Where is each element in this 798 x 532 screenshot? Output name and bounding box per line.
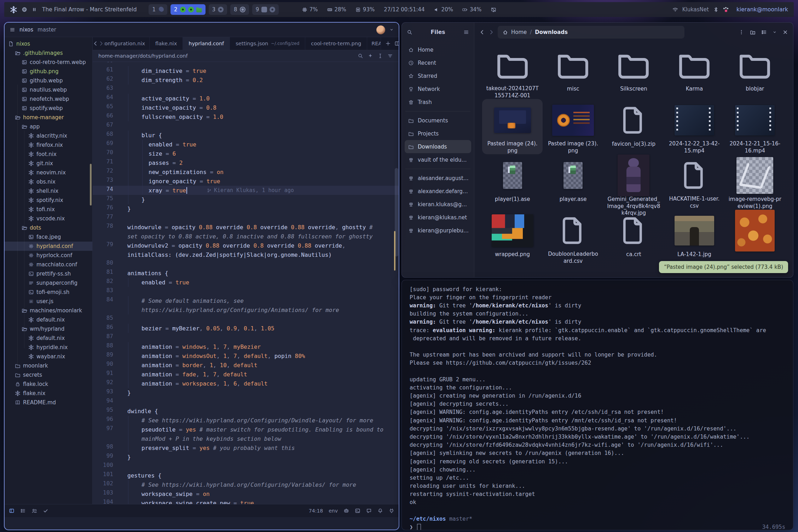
menu-icon[interactable] xyxy=(10,27,15,33)
code-line[interactable]: 76} xyxy=(93,204,399,213)
terminal-window[interactable]: [sudo] password for kierank:Place your f… xyxy=(401,280,793,530)
code-line[interactable]: 73ignore_opacity = true xyxy=(93,177,399,186)
crumb-path[interactable]: Downloads xyxy=(535,29,568,35)
sidebar-item-alesander.august…[interactable]: alesander.august… xyxy=(405,172,471,185)
code-line[interactable]: 103workspace_swipe = on xyxy=(93,489,399,498)
tree-item-user.js[interactable]: JSuser.js xyxy=(5,297,92,306)
kebab-menu-button[interactable] xyxy=(739,29,744,35)
filter-icon[interactable] xyxy=(387,53,393,59)
nav-forward-button[interactable] xyxy=(98,37,104,50)
tree-item-cool-retro-term.webp[interactable]: cool-retro-term.webp xyxy=(5,58,92,67)
tree-item-alacritty.nix[interactable]: alacritty.nix xyxy=(5,131,92,140)
code-line[interactable]: 70size = 6 xyxy=(93,149,399,158)
tree-item-nixos[interactable]: nixos xyxy=(5,39,92,48)
crumb-home[interactable]: Home xyxy=(511,29,527,35)
tree-item-home-manager[interactable]: home-manager xyxy=(5,113,92,122)
code-line[interactable]: 75} xyxy=(93,195,399,204)
breadcrumb[interactable]: home-manager/dots/hyprland.conf xyxy=(98,53,188,59)
tab-cool-retro-term.png[interactable]: cool-retro-term.png xyxy=(305,37,367,50)
code-line[interactable]: 66fullscreen_opacity = 1.0 xyxy=(93,112,399,121)
cursor-position[interactable]: 74:18 xyxy=(309,508,323,514)
tree-item-git.nix[interactable]: git.nix xyxy=(5,159,92,168)
tree-item-github.webp[interactable]: github.webp xyxy=(5,76,92,85)
tree-item-secrets[interactable]: secrets xyxy=(5,370,92,380)
sidebar-item-Starred[interactable]: Starred xyxy=(405,69,471,82)
code-line[interactable]: 78windowrule = opacity 0.88 override 0.8… xyxy=(93,222,399,232)
sidebar-item-Projects[interactable]: Projects xyxy=(405,127,471,140)
diagnostics-check-icon[interactable] xyxy=(43,508,48,514)
code-line[interactable]: 72new_optimizations = on xyxy=(93,167,399,177)
file-item[interactable]: takeout-20241207T155714Z-001 xyxy=(482,44,543,99)
tree-item-foot.nix[interactable]: foot.nix xyxy=(5,150,92,159)
sidebar-item-kieran@purplebu…[interactable]: kieran@purplebu… xyxy=(405,224,471,237)
workspace-8[interactable]: 8 xyxy=(230,4,249,15)
code-line[interactable]: 84# Some default animations, see xyxy=(93,296,399,305)
code-line[interactable]: 100 xyxy=(93,462,399,471)
tab-settings.json[interactable]: settings.json~/.config/zed xyxy=(230,37,305,50)
tree-item-tofi-emoji.sh[interactable]: tofi-emoji.sh xyxy=(5,288,92,297)
tree-item-flake.lock[interactable]: flake.lock xyxy=(5,380,92,389)
tree-item-neofetch.webp[interactable]: neofetch.webp xyxy=(5,94,92,104)
code-line[interactable]: 63 xyxy=(93,85,399,94)
tree-item-spotify.nix[interactable]: spotify.nix xyxy=(5,196,92,205)
sidebar-item-alexander.defarg…[interactable]: alexander.defarg… xyxy=(405,185,471,198)
code-line[interactable]: 93} xyxy=(93,388,399,397)
tree-item-github.png[interactable]: github.png xyxy=(5,67,92,76)
file-item[interactable]: player(1).ase xyxy=(482,154,543,209)
code-line[interactable]: https://wiki.hyprland.org/Configuring/An… xyxy=(93,305,399,314)
view-options-caret[interactable] xyxy=(773,30,777,34)
sidebar-item-kieran@klukas.net[interactable]: kieran@klukas.net xyxy=(405,211,471,224)
code-line[interactable]: 82enabled = true xyxy=(93,278,399,287)
sidebar-item-Recent[interactable]: Recent xyxy=(405,56,471,69)
project-name[interactable]: nixos xyxy=(19,27,33,33)
tree-item-flake.nix[interactable]: flake.nix xyxy=(5,389,92,398)
bluetooth-icon[interactable] xyxy=(713,7,719,12)
new-tab-button[interactable] xyxy=(385,41,391,46)
file-item[interactable]: blobjar xyxy=(725,44,785,99)
code-line[interactable]: mainMod + P in the keybinds section belo… xyxy=(93,434,399,443)
terminal-toggle-icon[interactable] xyxy=(355,508,360,514)
new-folder-button[interactable] xyxy=(750,29,756,35)
code-line[interactable]: 95dwindle { xyxy=(93,406,399,416)
code-line[interactable]: 89animation = windowsOut, 1, 7, default,… xyxy=(93,351,399,360)
nav-back-button[interactable] xyxy=(93,37,98,50)
sidebar-item-Home[interactable]: Home xyxy=(405,43,471,56)
file-item[interactable]: 2024-12-21_15-16-16.mp4 xyxy=(725,99,785,154)
split-pane-button[interactable] xyxy=(394,41,399,46)
tab-hyprland.conf[interactable]: hyprland.conf xyxy=(183,37,230,50)
code-line[interactable]: 88animation = windows, 1, 7, myBezier xyxy=(93,342,399,351)
workspace-1[interactable]: 1 xyxy=(149,4,167,15)
tree-item-README.md[interactable]: README.md xyxy=(5,398,92,407)
tree-item-wm/hyprland[interactable]: wm/hyprland xyxy=(5,324,92,334)
tree-item-prettify-ss.sh[interactable]: prettify-ss.sh xyxy=(5,269,92,278)
code-line[interactable]: 80 xyxy=(93,259,399,268)
sidebar-item-Network[interactable]: Network xyxy=(405,82,471,96)
sidebar-item-kieran.klukas@g…[interactable]: kieran.klukas@g… xyxy=(405,198,471,211)
code-line[interactable]: 98preserve_split = yes # you probably wa… xyxy=(93,443,399,452)
code-line[interactable]: 77 xyxy=(93,213,399,222)
sidebar-item-Documents[interactable]: Documents xyxy=(405,114,471,127)
forward-button[interactable] xyxy=(488,29,494,35)
panel-toggle-button[interactable] xyxy=(9,508,15,514)
avatar[interactable] xyxy=(376,25,385,34)
nixos-logo-icon[interactable] xyxy=(10,6,17,13)
chat-icon[interactable] xyxy=(366,508,372,514)
back-button[interactable] xyxy=(479,29,485,35)
sidebar-menu-button[interactable] xyxy=(463,29,469,35)
tree-item-shell.nix[interactable]: shell.nix xyxy=(5,186,92,196)
panel-scrollbar[interactable] xyxy=(90,164,92,206)
file-item[interactable]: Pasted image (24).png xyxy=(482,99,543,154)
code-line[interactable]: 62dim_strength = 0.2 xyxy=(93,75,399,85)
code-line[interactable]: 97pseudotile = yes # master switch for p… xyxy=(93,425,399,434)
tree-item-face.jpeg[interactable]: face.jpeg xyxy=(5,232,92,242)
breadcrumb-pill[interactable]: Home / Downloads xyxy=(498,26,684,39)
code-line[interactable]: 91animation = fade, 1, 7, default xyxy=(93,370,399,379)
tab-README.md[interactable]: README.md xyxy=(367,37,381,50)
code-line[interactable]: 81animations { xyxy=(93,268,399,278)
outline-button[interactable] xyxy=(20,508,26,514)
code-line[interactable]: 60 xyxy=(93,62,399,66)
code-line[interactable]: 87 xyxy=(93,333,399,342)
file-item[interactable]: wrapped.png xyxy=(482,209,543,265)
code-editor[interactable]: 6061dim_inactive = true62dim_strength = … xyxy=(93,62,399,504)
tree-item-sunpaperconfig[interactable]: sunpaperconfig xyxy=(5,278,92,288)
